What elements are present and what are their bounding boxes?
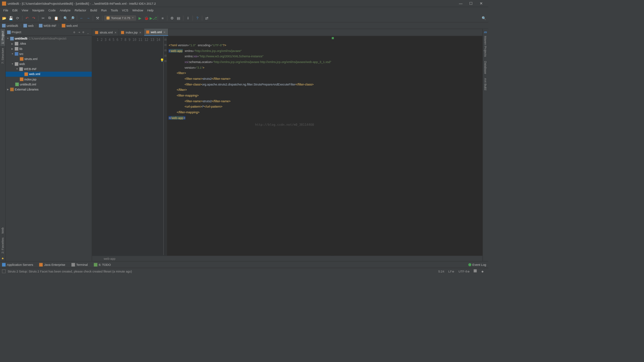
- file-encoding[interactable]: UTF-8≑: [457, 269, 472, 273]
- intention-bulb-icon[interactable]: 💡: [160, 57, 164, 63]
- line-separator[interactable]: LF≑: [446, 269, 457, 273]
- coverage-icon[interactable]: ▶⎇: [150, 15, 156, 21]
- tab-terminal[interactable]: Terminal: [71, 263, 88, 266]
- minimize-button[interactable]: —: [455, 1, 466, 5]
- menu-file[interactable]: File: [2, 8, 10, 13]
- menu-navigate[interactable]: Navigate: [31, 8, 46, 13]
- tree-web[interactable]: ▼web: [6, 61, 92, 66]
- sdk-icon[interactable]: ⬇: [185, 15, 191, 21]
- paste-icon[interactable]: 📋: [53, 15, 59, 21]
- close-button[interactable]: ✕: [476, 1, 486, 5]
- stop-icon[interactable]: ■: [160, 15, 165, 21]
- close-tab-icon[interactable]: ✕: [114, 31, 116, 34]
- breadcrumb-label: WEB-INF: [44, 24, 56, 27]
- menu-refactor[interactable]: Refactor: [73, 8, 88, 13]
- tab-index-jsp[interactable]: index.jsp✕: [119, 29, 144, 36]
- lock-icon: [474, 269, 477, 272]
- tab-todo[interactable]: 6: TODO: [94, 263, 111, 266]
- tab-project[interactable]: 1: Project: [0, 29, 5, 46]
- tree-external-libs[interactable]: ▶External Libraries: [6, 87, 92, 92]
- libraries-icon: [10, 88, 14, 92]
- run-icon[interactable]: ▶: [137, 15, 143, 21]
- tab-favorites[interactable]: 2: Favorites: [0, 236, 5, 256]
- update-icon[interactable]: ⇄: [204, 15, 210, 21]
- breadcrumb-root[interactable]: untitled5: [2, 24, 18, 27]
- tree-struts-xml[interactable]: struts.xml: [6, 56, 92, 61]
- tab-structure[interactable]: 7: Structure: [0, 46, 5, 66]
- tab-maven[interactable]: Maven Projects: [483, 34, 488, 59]
- gear-icon[interactable]: ✲: [81, 31, 86, 34]
- tab-java-enterprise[interactable]: Java Enterprise: [39, 263, 65, 266]
- search-everywhere-icon[interactable]: 🔍: [481, 15, 487, 21]
- replace-icon[interactable]: 🔎: [69, 15, 75, 21]
- undo-icon[interactable]: ↶: [24, 15, 30, 21]
- save-icon[interactable]: 💾: [8, 15, 14, 21]
- copy-icon[interactable]: ⧉: [47, 15, 52, 21]
- forward-icon[interactable]: →: [86, 15, 91, 21]
- close-tab-icon[interactable]: ✕: [139, 31, 141, 34]
- folder-icon: [39, 24, 43, 27]
- collapse-icon[interactable]: ⇥: [76, 31, 81, 34]
- tree-iml[interactable]: untitled5.iml: [6, 82, 92, 87]
- event-log-button[interactable]: Event Log: [468, 263, 486, 266]
- tree-web-xml[interactable]: web.xml: [6, 72, 92, 77]
- titlebar: untitled5 - [C:\Users\abim\IdeaProjects\…: [0, 0, 488, 7]
- menu-help[interactable]: Help: [146, 8, 155, 13]
- find-icon[interactable]: 🔍: [63, 15, 68, 21]
- code-area[interactable]: 1 2 3 4 5 6 7 8 9 10 11 12 13 14 ⊟ ⊟ ⊟ ⊟…: [92, 36, 482, 256]
- tab-ant[interactable]: Ant Build: [483, 76, 488, 93]
- caret-position[interactable]: 5:24: [436, 269, 446, 273]
- terminal-icon: [71, 263, 75, 266]
- status-indicator-icon[interactable]: [2, 269, 6, 273]
- tab-database[interactable]: Database: [483, 59, 488, 76]
- maximize-button[interactable]: ☐: [466, 1, 476, 5]
- hide-icon[interactable]: ⎯: [86, 31, 90, 34]
- code-text[interactable]: 💡<?xml version="1.0" encoding="UTF-8"?> …: [167, 36, 331, 256]
- menu-vcs[interactable]: VCS: [120, 8, 130, 13]
- tab-application-servers[interactable]: Application Servers: [2, 263, 33, 266]
- back-icon[interactable]: ←: [79, 15, 85, 21]
- notification-icon: [468, 263, 471, 266]
- tree-src[interactable]: ▼src: [6, 51, 92, 56]
- tree-webinf[interactable]: ▼WEB-INF: [6, 67, 92, 72]
- scroll-from-source-icon[interactable]: ⊕: [72, 31, 77, 34]
- tree-idea[interactable]: ▶.idea: [6, 41, 92, 46]
- menu-view[interactable]: View: [20, 8, 30, 13]
- close-tab-icon[interactable]: ✕: [163, 31, 165, 33]
- menu-code[interactable]: Code: [47, 8, 57, 13]
- breadcrumb-webinf[interactable]: WEB-INF: [39, 24, 56, 27]
- project-structure-icon[interactable]: ▤: [176, 15, 181, 21]
- redo-icon[interactable]: ↷: [31, 15, 37, 21]
- menu-run[interactable]: Run: [99, 8, 108, 13]
- debug-icon[interactable]: 🐞: [144, 15, 149, 21]
- menu-edit[interactable]: Edit: [10, 8, 19, 13]
- sync-icon[interactable]: ⟳: [15, 15, 20, 21]
- cut-icon[interactable]: ✂: [40, 15, 46, 21]
- hector-icon[interactable]: ☻: [479, 269, 486, 273]
- readonly-toggle-icon[interactable]: [472, 269, 479, 273]
- menu-analyze[interactable]: Analyze: [58, 8, 72, 13]
- tab-web[interactable]: Web: [0, 225, 5, 236]
- help-icon[interactable]: ?: [195, 15, 200, 21]
- menu-tools[interactable]: Tools: [109, 8, 120, 13]
- menu-build[interactable]: Build: [89, 8, 99, 13]
- tree-lib[interactable]: ▶lib: [6, 46, 92, 51]
- tree-index-jsp[interactable]: index.jsp: [6, 77, 92, 82]
- fold-gutter[interactable]: ⊟ ⊟ ⊟ ⊟ ⊟: [164, 36, 167, 256]
- open-icon[interactable]: 📂: [2, 15, 7, 21]
- run-config-selector[interactable]: Tomcat 7.0.75 ▼: [104, 15, 136, 20]
- project-tree[interactable]: ▼untitled5C:\Users\abim\IdeaProjects\ ▶.…: [6, 36, 92, 261]
- tree-root[interactable]: ▼untitled5C:\Users\abim\IdeaProjects\: [6, 36, 92, 41]
- breadcrumb-bar: untitled5 〉 web 〉 WEB-INF 〉 web.xml: [0, 22, 488, 29]
- breadcrumb-web[interactable]: web: [23, 24, 34, 27]
- tab-struts-xml[interactable]: struts.xml✕: [93, 29, 119, 36]
- app-icon: [2, 1, 6, 5]
- build-icon[interactable]: ⚒: [95, 15, 101, 21]
- editor-error-stripe[interactable]: [331, 36, 334, 256]
- tab-web-xml[interactable]: web.xml✕: [144, 29, 168, 36]
- iml-file-icon: [15, 82, 19, 86]
- breadcrumb-file[interactable]: web.xml: [62, 24, 77, 27]
- menu-window[interactable]: Window: [130, 8, 145, 13]
- settings-icon[interactable]: ⚙: [169, 15, 175, 21]
- breadcrumb-label: web.xml: [66, 24, 77, 27]
